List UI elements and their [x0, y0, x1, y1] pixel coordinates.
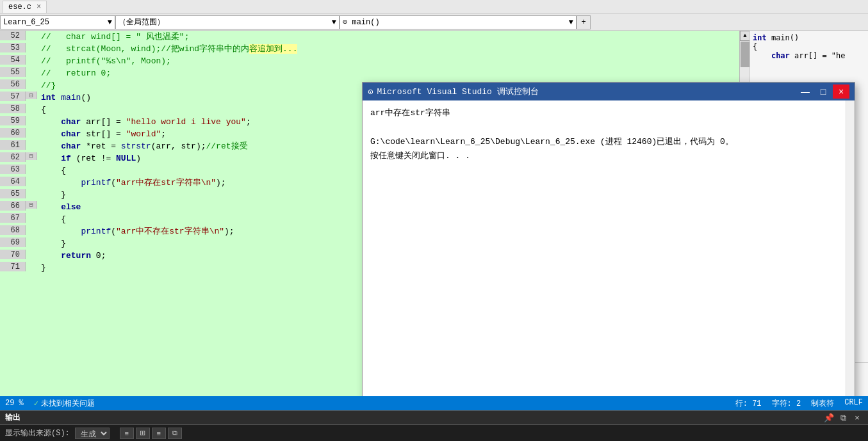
- output-icon-btn-2[interactable]: ⊞: [136, 428, 150, 439]
- console-line-4: 按任意键关闭此窗口. . .: [370, 150, 838, 161]
- line-marker-57: ⊟: [26, 92, 37, 99]
- dialog-content: arr中存在str字符串 G:\code\learn\Learn_6_25\De…: [363, 100, 846, 396]
- line-num-60: 60: [0, 128, 26, 138]
- dialog-buttons: — □ ×: [797, 84, 849, 99]
- dialog-restore-btn[interactable]: □: [815, 84, 831, 99]
- output-source-select[interactable]: 生成: [75, 428, 110, 439]
- issues-text: 未找到相关问题: [41, 398, 95, 409]
- status-right: 行: 71 字符: 2 制表符 CRLF: [735, 398, 863, 409]
- line-num-67: 67: [0, 213, 26, 223]
- output-content-bar: 显示输出来源(S): 生成 ≡ ⊞ ≡ ⧉: [0, 425, 868, 441]
- right-line-2: {: [753, 42, 865, 51]
- line-code-67: {: [37, 213, 66, 225]
- row-status: 行: 71: [735, 398, 762, 409]
- line-code-53: // strcat(Moon, wind);//把wind字符串中的内容追加到.…: [37, 43, 297, 55]
- dialog-title-icon: ⊙: [368, 86, 373, 97]
- encoding-status: CRLF: [844, 398, 863, 409]
- code-line-54: 54 // printf("%s\n", Moon);: [0, 55, 739, 67]
- zoom-value: 29 %: [5, 399, 24, 408]
- file-tab[interactable]: ese.c ×: [3, 1, 47, 13]
- code-line-55: 55 // return 0;: [0, 67, 739, 79]
- func-dropdown[interactable]: ⊙ main() ▼: [340, 15, 577, 29]
- scroll-up-btn[interactable]: ▲: [740, 31, 750, 41]
- line-code-68: printf("arr中不存在str字符串\n");: [37, 225, 234, 237]
- line-num-66: 66: [0, 201, 26, 211]
- dialog-minimize-btn[interactable]: —: [797, 84, 814, 99]
- issues-icon: ✓: [34, 399, 38, 408]
- file-dropdown[interactable]: Learn_6_25 ▼: [0, 15, 115, 29]
- right-code-content: int main() { char arr[] = "he: [750, 31, 868, 63]
- output-title-bar: 输出 📌 ⧉ ×: [0, 411, 868, 425]
- line-code-66: else: [37, 201, 81, 213]
- line-num-68: 68: [0, 225, 26, 235]
- line-num-62: 62: [0, 152, 26, 162]
- line-marker-62: ⊟: [26, 152, 37, 160]
- output-panel: 输出 📌 ⧉ × 显示输出来源(S): 生成 ≡ ⊞ ≡ ⧉: [0, 410, 868, 441]
- line-code-65: }: [37, 189, 66, 201]
- line-num-69: 69: [0, 237, 26, 247]
- issues-status: ✓ 未找到相关问题: [34, 398, 95, 409]
- console-line-1: arr中存在str字符串: [370, 107, 838, 118]
- line-code-59: char arr[] = "hello world i live you";: [37, 116, 251, 128]
- line-num-64: 64: [0, 177, 26, 186]
- output-pin-btn[interactable]: 📌: [823, 412, 835, 424]
- output-close-btn[interactable]: ×: [851, 412, 863, 424]
- line-code-69: }: [37, 237, 66, 250]
- line-num-70: 70: [0, 250, 26, 259]
- line-code-61: char *ret = strstr(arr, str);//ret接受: [37, 140, 248, 152]
- output-icon-btn-3[interactable]: ≡: [152, 428, 166, 439]
- line-code-60: char str[] = "world";: [37, 128, 166, 140]
- line-code-52: // char wind[] = " 风也温柔";: [37, 31, 189, 43]
- zoom-status: 29 %: [5, 399, 24, 408]
- line-num-71: 71: [0, 262, 26, 271]
- line-num-52: 52: [0, 31, 26, 40]
- output-controls: 📌 ⧉ ×: [823, 412, 863, 424]
- line-marker-66: ⊟: [26, 201, 37, 209]
- console-line-3: G:\code\learn\Learn_6_25\Debug\Learn_6_2…: [370, 136, 838, 147]
- line-num-65: 65: [0, 189, 26, 198]
- func-dropdown-label: ⊙ main(): [343, 17, 380, 27]
- col-status: 字符: 2: [772, 398, 801, 409]
- line-code-64: printf("arr中存在str字符串\n");: [37, 177, 226, 189]
- file-dropdown-label: Learn_6_25: [3, 18, 49, 27]
- tab-bar: ese.c ×: [0, 0, 868, 14]
- line-code-58: {: [37, 104, 46, 116]
- line-code-71: }: [37, 262, 46, 274]
- line-code-63: {: [37, 164, 66, 177]
- output-float-btn[interactable]: ⧉: [837, 412, 849, 424]
- line-num-54: 54: [0, 55, 26, 65]
- dialog-close-btn[interactable]: ×: [833, 84, 849, 99]
- line-num-53: 53: [0, 43, 26, 52]
- scope-dropdown-label: （全局范围）: [119, 17, 165, 28]
- dialog-title-bar[interactable]: ⊙ Microsoft Visual Studio 调试控制台 — □ ×: [363, 83, 855, 100]
- code-line-53: 53 // strcat(Moon, wind);//把wind字符串中的内容追…: [0, 43, 739, 55]
- line-code-62: if (ret != NULL): [37, 152, 141, 164]
- line-num-61: 61: [0, 140, 26, 150]
- indent-status: 制表符: [811, 398, 834, 409]
- nav-plus-btn[interactable]: +: [577, 15, 591, 29]
- scroll-thumb[interactable]: [741, 42, 749, 67]
- tab-close[interactable]: ×: [37, 3, 41, 12]
- code-line-52: 52 // char wind[] = " 风也温柔";: [0, 31, 739, 43]
- line-num-63: 63: [0, 164, 26, 174]
- line-code-70: return 0;: [37, 250, 106, 262]
- right-line-3: char arr[] = "he: [753, 51, 865, 60]
- line-code-54: // printf("%s\n", Moon);: [37, 55, 171, 67]
- scope-dropdown[interactable]: （全局范围） ▼: [115, 15, 340, 29]
- dialog-scrollbar[interactable]: [846, 100, 855, 396]
- output-icon-btn-4[interactable]: ⧉: [168, 428, 182, 439]
- output-title: 输出: [5, 412, 20, 423]
- scope-dropdown-arrow: ▼: [332, 18, 336, 27]
- file-dropdown-arrow: ▼: [108, 18, 112, 27]
- func-dropdown-arrow: ▼: [569, 18, 573, 27]
- ide-container: ese.c × Learn_6_25 ▼ （全局范围） ▼ ⊙ main() ▼…: [0, 0, 868, 441]
- line-num-58: 58: [0, 104, 26, 113]
- line-code-56: //}: [37, 79, 56, 92]
- status-bar: 29 % ✓ 未找到相关问题 行: 71 字符: 2 制表符 CRLF: [0, 396, 868, 410]
- line-num-55: 55: [0, 67, 26, 77]
- right-line-1: int main(): [753, 33, 865, 42]
- line-num-59: 59: [0, 116, 26, 125]
- output-icon-btn-1[interactable]: ≡: [120, 428, 134, 439]
- main-area: 52 // char wind[] = " 风也温柔"; 53 // strca…: [0, 31, 868, 396]
- console-line-2: [370, 124, 838, 133]
